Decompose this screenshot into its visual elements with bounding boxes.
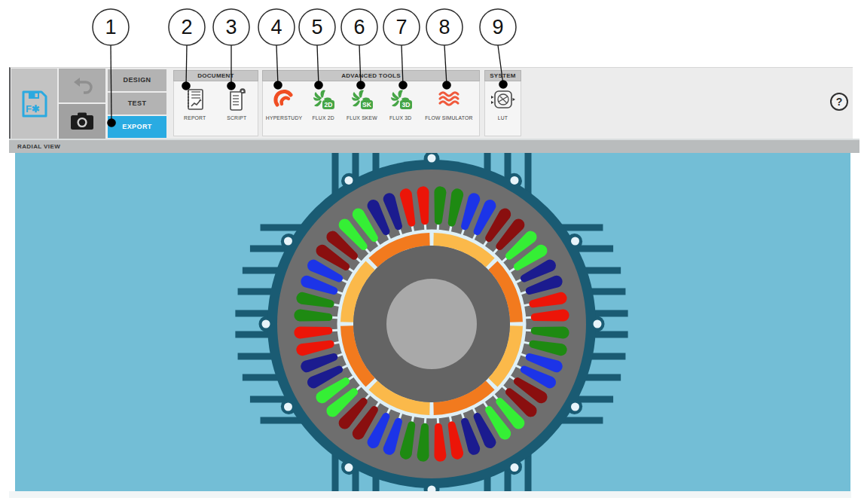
camera-button[interactable]: [59, 104, 105, 139]
window-bottom-strip: [9, 491, 851, 498]
lut-icon: [490, 87, 516, 112]
camera-icon: [69, 111, 95, 131]
undo-arrow-icon: [71, 76, 93, 96]
save-button[interactable]: F✱: [11, 69, 57, 139]
svg-text:SK: SK: [363, 101, 373, 108]
group-advanced-tools-body: HYPERSTUDY 2D FLUX 2D SK FLUX SKEW: [262, 81, 480, 136]
lut-icon: [490, 88, 516, 111]
tool-button-script[interactable]: SCRIPT: [216, 81, 258, 121]
tab-export[interactable]: EXPORT: [108, 116, 166, 138]
tool-button-flux-3d[interactable]: 3D FLUX 3D: [382, 81, 418, 121]
tab-test[interactable]: TEST: [108, 93, 166, 115]
tool-label: LUT: [498, 115, 508, 121]
hyperstudy-icon: [273, 87, 295, 112]
group-system-body: LUT: [484, 81, 521, 136]
tool-button-flux-2d[interactable]: 2D FLUX 2D: [305, 81, 341, 121]
tool-label: REPORT: [184, 115, 206, 121]
hyperstudy-icon: [273, 88, 295, 111]
flux-icon: 3D: [389, 88, 413, 111]
callout-number: 4: [270, 16, 282, 38]
callout-number: 5: [311, 16, 322, 38]
radial-view-title: RADIAL VIEW: [17, 143, 60, 150]
report-icon: [185, 88, 205, 111]
callout-number: 7: [395, 16, 407, 38]
motor-cross-section: [15, 153, 850, 491]
tool-button-report[interactable]: REPORT: [174, 81, 216, 121]
svg-text:2D: 2D: [325, 101, 333, 108]
group-advanced-tools: ADVANCED TOOLS HYPERSTUDY 2D FLUX 2D SK …: [262, 70, 480, 136]
tool-label: FLOW SIMULATOR: [425, 115, 472, 121]
flux-icon: SK: [350, 88, 374, 111]
radial-view-titlebar: RADIAL VIEW: [9, 139, 859, 153]
help-icon[interactable]: ?: [830, 93, 848, 111]
group-document-body: REPORT SCRIPT: [173, 81, 258, 136]
script-icon: [227, 88, 246, 111]
flux-icon: 2D: [311, 87, 335, 112]
callout-number: 3: [225, 16, 237, 38]
tab-design[interactable]: DESIGN: [108, 69, 166, 91]
svg-text:3D: 3D: [401, 101, 410, 108]
tool-button-lut[interactable]: LUT: [485, 81, 521, 121]
report-icon: [185, 87, 205, 112]
svg-text:F✱: F✱: [26, 103, 40, 115]
callout-number: 2: [181, 16, 192, 38]
callout-number: 9: [492, 16, 503, 38]
callout-number: 6: [353, 16, 365, 38]
callout-number: 1: [105, 16, 116, 38]
tool-label: FLUX 3D: [389, 115, 411, 121]
export-toolbar: F✱ DESIGN TEST EXPORT DOCUMENT REPORT SC…: [9, 67, 853, 139]
group-document-title: DOCUMENT: [173, 70, 258, 81]
save-floppy-icon: F✱: [20, 87, 50, 121]
flux-icon: 3D: [389, 87, 413, 112]
tool-label: FLUX 2D: [313, 115, 334, 121]
script-icon: [227, 87, 246, 112]
group-system: SYSTEM LUT: [484, 70, 521, 136]
group-advanced-tools-title: ADVANCED TOOLS: [262, 70, 480, 81]
group-system-title: SYSTEM: [484, 70, 521, 81]
flux-icon: SK: [350, 87, 374, 112]
undo-button[interactable]: [59, 69, 105, 102]
tool-label: FLUX SKEW: [347, 115, 377, 121]
radial-view-canvas: [15, 153, 850, 491]
tool-button-flow-simulator[interactable]: FLOW SIMULATOR: [419, 81, 479, 121]
callout-number: 8: [438, 16, 450, 38]
tool-label: SCRIPT: [227, 115, 246, 121]
flow-simulator-icon: [438, 90, 460, 109]
tool-button-flux-skew[interactable]: SK FLUX SKEW: [341, 81, 382, 121]
tool-label: HYPERSTUDY: [266, 115, 302, 121]
group-document: DOCUMENT REPORT SCRIPT: [173, 70, 258, 136]
app-window: { "toolbar": { "save": {"glyph": "F✱"}, …: [0, 0, 861, 504]
tool-button-hyperstudy[interactable]: HYPERSTUDY: [263, 81, 305, 121]
flow-simulator-icon: [438, 87, 460, 112]
flux-icon: 2D: [311, 88, 335, 111]
